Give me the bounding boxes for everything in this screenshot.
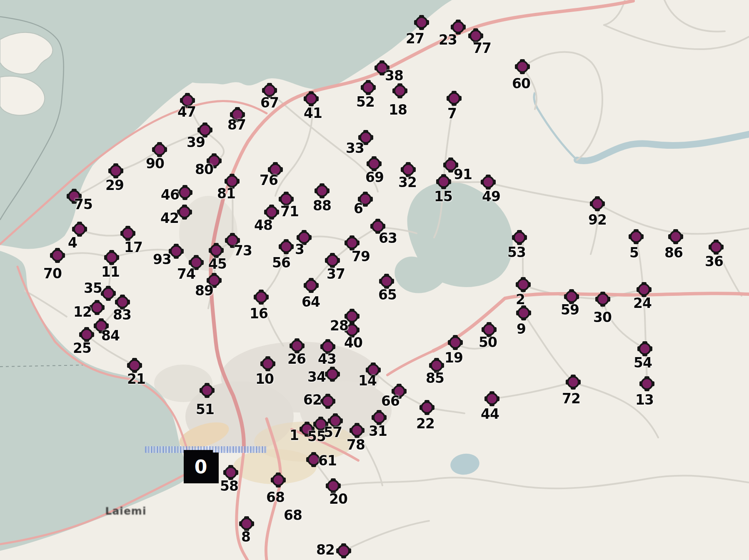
waypoint-label: 66	[381, 394, 399, 408]
waypoint-label: 15	[434, 190, 452, 203]
waypoint-label: 26	[287, 352, 306, 366]
marker-dot	[591, 198, 604, 210]
waypoint-marker	[481, 175, 496, 190]
marker-dot	[122, 227, 134, 240]
marker-dot	[394, 85, 406, 97]
waypoint-label: 51	[196, 402, 214, 416]
marker-dot	[210, 244, 222, 257]
waypoint-label: 19	[444, 351, 463, 365]
waypoint-marker	[392, 83, 407, 98]
waypoint-label: 70	[43, 267, 62, 280]
marker-dot	[322, 395, 334, 408]
waypoint-marker	[325, 367, 340, 382]
marker-dot	[262, 358, 274, 370]
marker-dot	[641, 378, 653, 390]
waypoint-marker	[590, 196, 605, 211]
waypoint-marker	[512, 230, 527, 245]
waypoint-marker	[668, 229, 683, 244]
waypoint-marker	[315, 183, 330, 198]
waypoint-label: 1	[290, 428, 299, 442]
waypoint-label: 67	[260, 96, 279, 110]
waypoint-label: 33	[346, 141, 364, 155]
waypoint-label: 85	[426, 371, 444, 385]
waypoint-label: 65	[378, 288, 397, 302]
marker-dot	[448, 92, 460, 105]
waypoint-label: 22	[416, 417, 434, 430]
marker-dot	[305, 279, 317, 292]
waypoint-marker	[639, 376, 654, 391]
marker-dot	[153, 143, 166, 156]
waypoint-label: 76	[260, 173, 278, 187]
waypoint-label: 49	[482, 190, 500, 203]
waypoint-label: 64	[302, 295, 320, 309]
waypoint-marker	[709, 240, 724, 255]
waypoint-label: 32	[398, 175, 417, 189]
marker-dot	[326, 368, 339, 380]
waypoint-marker	[304, 91, 319, 106]
waypoint-label: 29	[105, 178, 124, 192]
waypoint-label: 80	[195, 162, 213, 176]
waypoint-marker	[516, 277, 531, 292]
waypoint-label: 46	[161, 188, 179, 202]
waypoint-label: 16	[250, 307, 268, 320]
waypoint-label: 41	[304, 106, 322, 120]
waypoint-label: 81	[217, 187, 235, 200]
waypoint-marker	[90, 300, 105, 315]
waypoint-marker	[448, 335, 463, 350]
marker-dot	[51, 249, 64, 262]
waypoint-label: 93	[153, 252, 171, 266]
marker-dot	[380, 275, 393, 288]
marker-dot	[516, 60, 529, 73]
marker-dot	[255, 291, 267, 303]
waypoint-label: 55	[307, 430, 326, 443]
marker-dot	[110, 165, 122, 177]
marker-dot	[337, 545, 350, 557]
marker-dot	[272, 474, 285, 486]
waypoint-marker	[414, 15, 429, 30]
marker-dot	[669, 230, 682, 243]
waypoint-label: 34	[307, 370, 326, 384]
marker-dot	[179, 186, 191, 199]
marker-dot	[346, 237, 358, 249]
marker-dot	[368, 158, 380, 170]
marker-dot	[316, 185, 328, 197]
waypoint-marker	[177, 185, 192, 200]
waypoint-label: 8	[241, 530, 250, 544]
marker-dot	[105, 251, 118, 264]
marker-dot	[73, 223, 86, 235]
marker-dot	[482, 176, 494, 188]
waypoint-label: 10	[255, 372, 274, 386]
marker-dot	[513, 231, 526, 244]
waypoint-label: 28	[330, 319, 348, 332]
waypoint-label: 84	[101, 329, 120, 342]
waypoint-label: 90	[146, 157, 164, 170]
waypoint-label: 23	[439, 33, 457, 47]
waypoint-label: 24	[633, 296, 652, 310]
waypoint-marker	[350, 423, 365, 438]
marker-dot	[437, 175, 450, 188]
waypoint-label: 54	[634, 356, 652, 370]
marker-dot	[91, 301, 103, 314]
marker-dot	[486, 392, 498, 405]
waypoint-label: 48	[254, 218, 272, 232]
waypoint-label: 73	[234, 244, 252, 258]
waypoint-label: 11	[101, 265, 120, 279]
waypoint-marker	[200, 383, 215, 398]
marker-dot	[102, 287, 115, 300]
marker-dot	[326, 254, 339, 267]
waypoint-marker	[304, 278, 319, 293]
depot-label: 0	[184, 450, 218, 483]
waypoint-label: 89	[195, 284, 213, 298]
marker-dot	[291, 340, 303, 352]
marker-dot	[240, 518, 253, 530]
waypoint-label: 72	[562, 392, 580, 405]
waypoint-label: 14	[358, 374, 377, 388]
marker-dot	[280, 240, 292, 253]
waypoint-label: 40	[344, 336, 362, 350]
waypoint-label: 75	[74, 198, 92, 211]
waypoint-label: 9	[517, 322, 526, 336]
waypoint-label: 47	[177, 105, 196, 119]
waypoint-label: 77	[473, 41, 491, 55]
waypoint-marker	[260, 356, 275, 371]
waypoint-label: 53	[507, 245, 526, 259]
